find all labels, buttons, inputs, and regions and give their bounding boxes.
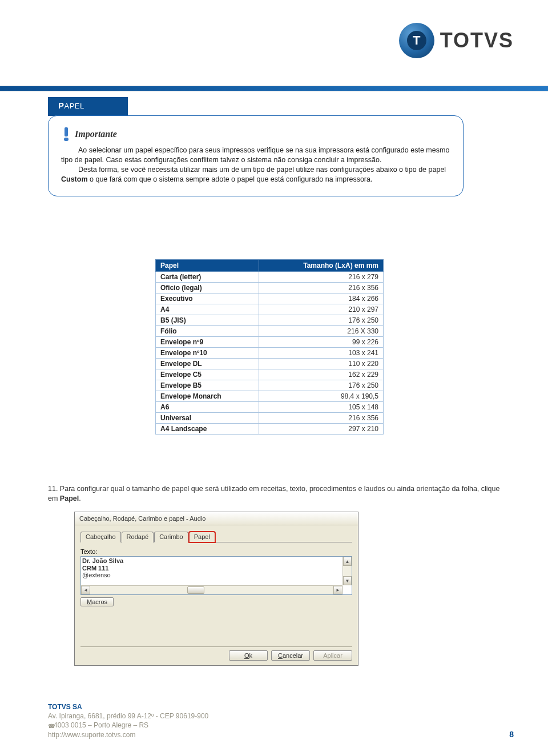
table-row: Envelope nº10103 x 241 bbox=[156, 348, 384, 359]
phone-icon bbox=[48, 721, 54, 727]
exclamation-icon bbox=[61, 126, 71, 142]
vertical-scrollbar[interactable]: ▲ ▼ bbox=[342, 557, 352, 585]
paper-size-table-wrap: Papel Tamanho (LxA) em mm Carta (letter)… bbox=[155, 259, 384, 435]
table-row: Universal216 x 356 bbox=[156, 413, 384, 424]
brand-header: T TOTVS bbox=[399, 23, 514, 58]
tab-rodape[interactable]: Rodapé bbox=[122, 532, 154, 542]
table-row: A4210 x 297 bbox=[156, 304, 384, 315]
label-texto: Texto: bbox=[80, 548, 352, 555]
paper-size-table: Papel Tamanho (LxA) em mm Carta (letter)… bbox=[155, 259, 384, 435]
footer-phone: 4003 0015 – Porto Alegre – RS bbox=[48, 721, 208, 730]
table-row: Fólio216 X 330 bbox=[156, 326, 384, 337]
textarea-content: Dr. João Silva CRM 111 @extenso bbox=[82, 557, 350, 579]
dialog-title: Cabeçalho, Rodapé, Carimbo e papel - Aud… bbox=[75, 512, 358, 525]
horizontal-scrollbar[interactable]: ◄ ► bbox=[81, 585, 342, 594]
brand-t-mark: T bbox=[407, 31, 426, 50]
tab-papel[interactable]: Papel bbox=[189, 532, 215, 542]
brand-globe-icon: T bbox=[399, 23, 434, 58]
macros-button[interactable]: Macros bbox=[80, 597, 114, 606]
dialog-buttons: Ok Cancelar Aplicar bbox=[80, 650, 352, 661]
dialog-tabs: Cabeçalho Rodapé Carimbo Papel bbox=[80, 531, 352, 542]
table-row: B5 (JIS)176 x 250 bbox=[156, 315, 384, 326]
scrollbar-thumb[interactable] bbox=[187, 586, 204, 594]
section-tab-papel: PAPEL bbox=[48, 97, 128, 116]
scroll-down-icon[interactable]: ▼ bbox=[343, 576, 352, 585]
page-footer: TOTVS SA Av. Ipiranga, 6681, prédio 99 A… bbox=[48, 702, 208, 739]
table-row: Envelope nº999 x 226 bbox=[156, 337, 384, 348]
tab-carimbo[interactable]: Carimbo bbox=[154, 532, 188, 542]
brand-name: TOTVS bbox=[440, 29, 514, 53]
table-row: Envelope C5162 x 229 bbox=[156, 369, 384, 380]
table-row: Executivo184 x 266 bbox=[156, 293, 384, 304]
callout-paragraph-1: Ao selecionar um papel específico para s… bbox=[61, 146, 450, 165]
scroll-right-icon[interactable]: ► bbox=[333, 586, 342, 594]
th-papel: Papel bbox=[156, 260, 259, 272]
page-number: 8 bbox=[509, 730, 514, 739]
callout-title: Importante bbox=[75, 129, 117, 139]
scroll-left-icon[interactable]: ◄ bbox=[81, 586, 90, 594]
table-row: A4 Landscape297 x 210 bbox=[156, 424, 384, 435]
importante-callout: Importante Ao selecionar um papel especí… bbox=[48, 115, 464, 196]
section-tab-cap: P bbox=[58, 100, 65, 110]
th-tamanho: Tamanho (LxA) em mm bbox=[259, 260, 384, 272]
texto-textarea[interactable]: Dr. João Silva CRM 111 @extenso ▲ ▼ ◄ ► bbox=[80, 556, 352, 595]
dialog-divider bbox=[80, 646, 352, 647]
ok-button[interactable]: Ok bbox=[229, 650, 268, 661]
papel-dialog: Cabeçalho, Rodapé, Carimbo e papel - Aud… bbox=[74, 512, 358, 666]
footer-company: TOTVS SA bbox=[48, 702, 208, 711]
table-row: Oficio (legal)216 x 356 bbox=[156, 283, 384, 293]
callout-body: Ao selecionar um papel específico para s… bbox=[61, 146, 450, 184]
step-11-text: 11. Para configurar qual o tamanho de pa… bbox=[48, 484, 500, 504]
table-row: Carta (letter)216 x 279 bbox=[156, 272, 384, 283]
apply-button[interactable]: Aplicar bbox=[313, 650, 352, 661]
scroll-up-icon[interactable]: ▲ bbox=[343, 557, 352, 566]
footer-address: Av. Ipiranga, 6681, prédio 99 A-12º - CE… bbox=[48, 711, 208, 721]
cancel-button[interactable]: Cancelar bbox=[271, 650, 310, 661]
callout-header: Importante bbox=[61, 126, 450, 142]
footer-url: http://www.suporte.totvs.com bbox=[48, 730, 208, 739]
callout-paragraph-2: Desta forma, se você necessita utilizar … bbox=[61, 165, 450, 184]
table-row: Envelope DL110 x 220 bbox=[156, 359, 384, 369]
table-row: A6105 x 148 bbox=[156, 402, 384, 413]
tab-cabecalho[interactable]: Cabeçalho bbox=[80, 532, 121, 542]
section-tab-label: APEL bbox=[65, 102, 84, 110]
table-row: Envelope B5176 x 250 bbox=[156, 380, 384, 391]
dialog-body: Cabeçalho Rodapé Carimbo Papel Texto: Dr… bbox=[75, 525, 358, 665]
table-row: Envelope Monarch98,4 x 190,5 bbox=[156, 391, 384, 402]
header-divider bbox=[0, 86, 548, 91]
